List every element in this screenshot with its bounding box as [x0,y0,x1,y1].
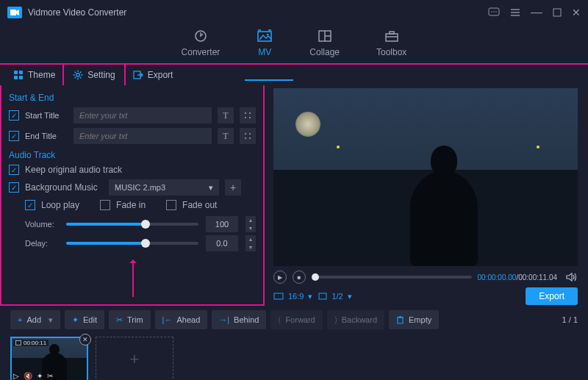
fade-out-checkbox[interactable] [166,200,176,210]
start-title-position-btn[interactable] [240,107,256,123]
title-bar: Vidmore Video Converter — ✕ [0,0,588,25]
svg-point-4 [495,11,497,12]
collage-icon [318,28,332,44]
add-button[interactable]: +Add▾ [10,310,60,329]
bg-music-checkbox[interactable]: ✓ [9,182,19,193]
clip-duration-badge: 00:00:11 [13,340,49,346]
end-title-position-btn[interactable] [240,128,256,144]
tab-export-label: Export [148,70,173,80]
bg-music-add-btn[interactable]: + [225,179,241,196]
tab-theme[interactable]: Theme [4,64,64,86]
nav-collage[interactable]: Collage [309,28,340,57]
close-icon[interactable]: ✕ [572,7,581,18]
frac-selector[interactable]: 1/2 ▾ [318,292,351,301]
nav-converter[interactable]: Converter [182,28,220,57]
top-nav: Converter MV Collage Toolbox [0,25,588,63]
fade-in-label: Fade in [116,200,146,210]
image-icon [257,28,273,44]
svg-rect-48 [16,341,21,345]
volume-slider[interactable] [66,223,198,226]
keep-original-checkbox[interactable]: ✓ [9,165,19,175]
svg-rect-8 [553,9,561,16]
start-title-input[interactable] [74,107,212,123]
add-clip-slot[interactable]: + [96,337,173,380]
end-title-input[interactable] [74,128,212,144]
keep-original-label: Keep original audio track [25,165,122,175]
svg-rect-45 [398,318,403,323]
bg-music-select[interactable]: MUSIC 2.mp3 ▾ [109,179,219,196]
svg-point-35 [245,112,246,114]
clip-trim-icon[interactable]: ✂ [47,372,53,380]
aspect-selector[interactable]: 16:9 ▾ [273,292,312,301]
loop-checkbox[interactable]: ✓ [25,200,35,210]
empty-button[interactable]: Empty [389,310,439,329]
svg-line-30 [75,72,76,74]
tab-export[interactable]: Export [124,64,182,86]
start-title-checkbox[interactable]: ✓ [9,110,19,121]
start-title-label: Start Title [25,111,68,120]
chevron-left-icon: ⟨ [278,315,281,325]
speaker-icon[interactable] [566,272,578,282]
nav-toolbox[interactable]: Toolbox [376,28,406,57]
stop-button[interactable]: ■ [293,270,306,284]
clip-mute-icon[interactable]: 🔇 [24,372,32,380]
right-end-icon: →| [219,315,229,324]
end-title-label: End Title [25,132,68,140]
clip-thumbnail[interactable]: 00:00:11 ✕ ▷ 🔇 ✦ ✂ [10,337,88,380]
svg-rect-24 [19,76,23,79]
nav-collage-label: Collage [309,47,340,57]
edit-button[interactable]: ✦Edit [65,310,104,329]
delay-slider[interactable] [66,242,198,245]
behind-button[interactable]: →|Behind [212,310,266,329]
delay-stepper[interactable]: ▲▼ [245,235,256,251]
clip-remove-icon[interactable]: ✕ [79,334,91,345]
svg-point-14 [267,34,269,36]
svg-point-2 [491,11,492,12]
play-button[interactable]: ▶ [273,270,287,284]
volume-value[interactable]: 100 [206,216,238,232]
left-end-icon: |← [162,315,173,324]
scrub-slider[interactable] [312,276,472,279]
minimize-icon[interactable]: — [531,6,542,19]
ahead-button[interactable]: |←Ahead [155,310,208,329]
end-title-text-style-btn[interactable]: T [218,128,234,144]
export-icon [133,70,143,80]
preview-panel: ▶ ■ 00:00:00.00/00:00:11.04 16:9 ▾ 1/2 ▾… [265,85,588,306]
svg-point-39 [245,133,246,135]
trim-button[interactable]: ✂Trim [109,310,151,329]
timeline: 00:00:11 ✕ ▷ 🔇 ✦ ✂ + [0,334,588,380]
gear-icon [73,70,83,80]
nav-toolbox-label: Toolbox [376,47,406,57]
menu-icon[interactable] [510,8,520,17]
svg-rect-21 [14,71,18,74]
svg-point-36 [249,112,251,114]
audio-header: Audio Track [9,148,256,165]
sun-decor [295,112,320,137]
fade-in-checkbox[interactable] [100,200,110,210]
nav-converter-label: Converter [182,47,220,57]
pager: 1 / 1 [562,315,578,324]
tab-setting[interactable]: Setting [64,63,123,85]
svg-point-38 [249,117,251,118]
backward-button[interactable]: ⟩Backward [327,310,384,329]
maximize-icon[interactable] [553,8,562,17]
tab-theme-label: Theme [28,70,55,80]
svg-point-37 [245,117,246,118]
scissors-icon: ✂ [116,315,123,325]
start-title-text-style-btn[interactable]: T [218,107,234,123]
delay-value[interactable]: 0.0 [206,235,238,251]
feedback-icon[interactable] [488,7,500,18]
svg-rect-0 [10,10,16,15]
svg-line-32 [80,72,82,74]
start-end-header: Start & End [9,91,256,107]
clip-play-icon[interactable]: ▷ [13,372,19,380]
forward-button[interactable]: ⟨Forward [270,310,322,329]
chevron-down-icon: ▾ [209,183,213,193]
volume-stepper[interactable]: ▲▼ [245,216,256,232]
end-title-checkbox[interactable]: ✓ [9,131,19,141]
export-button[interactable]: Export [526,287,578,305]
trash-icon [396,315,404,324]
clip-edit-icon[interactable]: ✦ [37,372,43,380]
nav-mv[interactable]: MV [257,28,273,57]
svg-rect-44 [319,293,326,299]
